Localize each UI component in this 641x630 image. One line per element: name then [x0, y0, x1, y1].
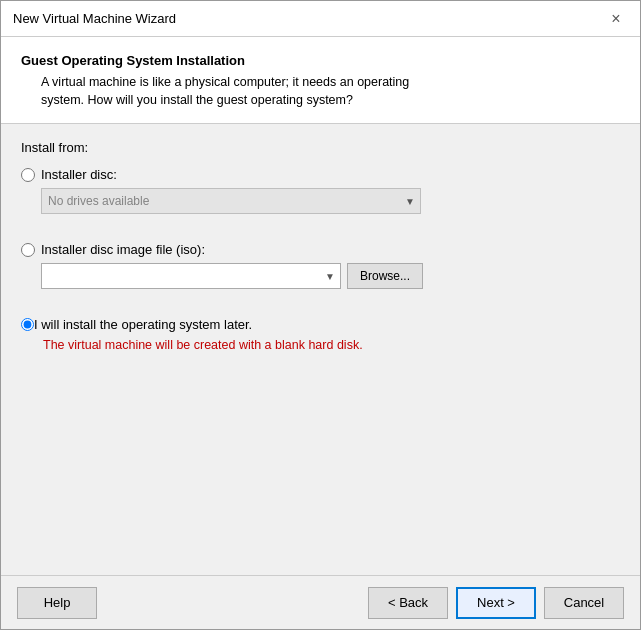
- next-button[interactable]: Next >: [456, 587, 536, 619]
- installer-iso-option: Installer disc image file (iso): ▼ Brows…: [21, 242, 620, 289]
- installer-disc-label[interactable]: Installer disc:: [41, 167, 117, 182]
- browse-button[interactable]: Browse...: [347, 263, 423, 289]
- installer-disc-option: Installer disc: No drives available ▼: [21, 167, 620, 214]
- header-description: A virtual machine is like a physical com…: [41, 74, 620, 109]
- install-later-label[interactable]: I will install the operating system late…: [34, 317, 252, 332]
- back-button[interactable]: < Back: [368, 587, 448, 619]
- iso-dropdown[interactable]: [41, 263, 341, 289]
- close-button[interactable]: ×: [604, 7, 628, 31]
- install-later-radio-row: I will install the operating system late…: [21, 317, 620, 332]
- installer-disc-radio[interactable]: [21, 168, 35, 182]
- cancel-button[interactable]: Cancel: [544, 587, 624, 619]
- header-section: Guest Operating System Installation A vi…: [1, 37, 640, 124]
- window-title: New Virtual Machine Wizard: [13, 11, 176, 26]
- install-later-radio[interactable]: [21, 318, 34, 331]
- installer-iso-radio-row: Installer disc image file (iso):: [21, 242, 620, 257]
- footer-left: Help: [17, 587, 97, 619]
- title-bar: New Virtual Machine Wizard ×: [1, 1, 640, 37]
- wizard-window: New Virtual Machine Wizard × Guest Opera…: [0, 0, 641, 630]
- content-area: Install from: Installer disc: No drives …: [1, 124, 640, 575]
- iso-dropdown-wrapper: ▼: [41, 263, 341, 289]
- disc-dropdown-wrapper: No drives available ▼: [41, 188, 421, 214]
- disc-dropdown[interactable]: No drives available: [41, 188, 421, 214]
- installer-iso-label[interactable]: Installer disc image file (iso):: [41, 242, 205, 257]
- installer-disc-radio-row: Installer disc:: [21, 167, 620, 182]
- install-later-description: The virtual machine will be created with…: [43, 338, 620, 352]
- footer: Help < Back Next > Cancel: [1, 575, 640, 629]
- iso-row: ▼ Browse...: [41, 263, 620, 289]
- install-from-label: Install from:: [21, 140, 620, 155]
- install-later-option: I will install the operating system late…: [21, 317, 620, 352]
- footer-right: < Back Next > Cancel: [368, 587, 624, 619]
- disc-dropdown-row: No drives available ▼: [41, 188, 620, 214]
- header-title: Guest Operating System Installation: [21, 53, 620, 68]
- installer-iso-radio[interactable]: [21, 243, 35, 257]
- help-button[interactable]: Help: [17, 587, 97, 619]
